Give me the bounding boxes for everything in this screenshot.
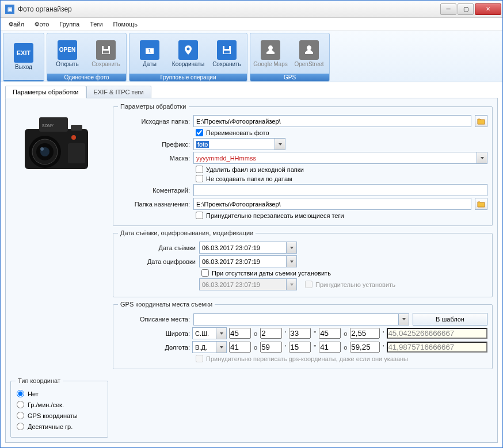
- save-single-button[interactable]: Сохранить: [87, 35, 124, 72]
- src-folder-label: Исходная папка:: [118, 118, 190, 125]
- osm-button[interactable]: OpenStreet: [291, 35, 327, 72]
- menu-group[interactable]: Группа: [55, 20, 84, 29]
- ribbon-group-batch: 1 Даты Координаты Сохранить Групповые оп…: [129, 33, 247, 82]
- lon-nsew-combo[interactable]: В.Д.: [192, 341, 227, 353]
- menu-tags[interactable]: Теги: [85, 20, 107, 29]
- force-set-checkbox[interactable]: [305, 281, 313, 288]
- coord-type-fieldset: Тип координат Нет Гр./мин./сек. GPS коор…: [10, 377, 108, 438]
- svg-point-19: [71, 135, 76, 140]
- shot-date-input[interactable]: 06.03.2017 23:07:19: [199, 242, 297, 254]
- chevron-down-icon[interactable]: [286, 256, 296, 267]
- chevron-down-icon[interactable]: [477, 152, 487, 163]
- digi-date-input[interactable]: 06.03.2017 23:07:19: [199, 255, 297, 267]
- no-date-folders-checkbox[interactable]: [196, 175, 203, 182]
- calendar-icon: 1: [140, 40, 159, 60]
- pin-icon: [178, 40, 198, 60]
- lon-decimal-input[interactable]: [387, 342, 487, 353]
- ribbon-group-label-3: Групповые операции: [129, 74, 247, 81]
- exit-button[interactable]: EXIT Выход: [5, 35, 42, 78]
- maximize-button[interactable]: ▢: [458, 3, 474, 15]
- if-absent-checkbox[interactable]: [201, 269, 209, 277]
- lon-alt2-input[interactable]: [350, 342, 380, 353]
- app-window: ▣ Фото органайзер ─ ▢ ✕ Файл Фото Группа…: [0, 0, 503, 448]
- template-button[interactable]: В шаблон: [413, 313, 487, 326]
- menu-photo[interactable]: Фото: [30, 20, 54, 29]
- menubar: Файл Фото Группа Теги Помощь: [1, 18, 502, 30]
- tab-params[interactable]: Параметры обработки: [5, 86, 86, 98]
- dates-label: Даты: [143, 61, 157, 67]
- chevron-down-icon[interactable]: [286, 279, 296, 290]
- chevron-down-icon[interactable]: [398, 314, 409, 325]
- comment-input[interactable]: [193, 184, 487, 196]
- gmaps-button[interactable]: Google Maps: [252, 35, 289, 72]
- lat-deg-input[interactable]: [229, 328, 251, 339]
- force-overwrite-checkbox[interactable]: [196, 212, 203, 219]
- default-date-input[interactable]: 06.03.2017 23:07:19: [199, 278, 297, 290]
- chevron-down-icon[interactable]: [216, 342, 226, 353]
- dst-folder-input[interactable]: [193, 198, 471, 210]
- lon-sec-input[interactable]: [289, 342, 311, 353]
- gps-fieldset: GPS координаты места съемки Описание мес…: [113, 301, 493, 369]
- dates-button[interactable]: 1 Даты: [131, 35, 168, 72]
- lon-alt1-input[interactable]: [319, 342, 341, 353]
- lat-alt2-input[interactable]: [350, 328, 380, 339]
- prefix-value: foto: [196, 141, 209, 148]
- coords-button[interactable]: Координаты: [170, 35, 207, 72]
- open-button[interactable]: OPEN Открыть: [49, 35, 86, 72]
- lat-min-input[interactable]: [260, 328, 282, 339]
- chevron-down-icon[interactable]: [286, 242, 296, 253]
- minimize-button[interactable]: ─: [440, 3, 456, 15]
- dst-folder-browse[interactable]: [475, 198, 487, 210]
- comment-label: Коментарий:: [118, 187, 190, 194]
- coord-type-gps[interactable]: GPS координаты: [17, 412, 102, 419]
- lon-deg-input[interactable]: [229, 342, 251, 353]
- open-icon: OPEN: [58, 40, 77, 60]
- prefix-combo[interactable]: foto: [193, 138, 285, 150]
- tab-bar: Параметры обработки EXIF & ITPC теги: [1, 82, 502, 98]
- close-button[interactable]: ✕: [475, 3, 501, 15]
- chevron-down-icon[interactable]: [275, 139, 285, 150]
- save-icon: [96, 40, 116, 60]
- ribbon: EXIT Выход OPEN Открыть Сохранить Одиноч…: [1, 30, 502, 82]
- mask-label: Маска:: [118, 155, 190, 162]
- coord-type-dms[interactable]: Гр./мин./сек.: [17, 401, 102, 408]
- save-batch-label: Сохранить: [212, 61, 241, 67]
- chevron-down-icon[interactable]: [216, 328, 226, 339]
- coord-type-none[interactable]: Нет: [17, 390, 102, 397]
- gmaps-icon: [261, 40, 280, 60]
- svg-text:SONY: SONY: [42, 124, 54, 128]
- force-gps-checkbox[interactable]: [196, 355, 203, 362]
- lat-alt1-input[interactable]: [319, 328, 341, 339]
- lat-label: Широта:: [118, 330, 190, 337]
- lat-decimal-input[interactable]: [387, 328, 487, 339]
- params-legend: Параметры обработки: [118, 103, 189, 110]
- mask-combo[interactable]: yyyymmdd_HHmmss: [193, 152, 487, 164]
- menu-help[interactable]: Помощь: [109, 20, 143, 29]
- delete-src-label: Удалить фаил из исходной папки: [206, 166, 304, 173]
- svg-rect-9: [224, 51, 230, 53]
- menu-file[interactable]: Файл: [4, 20, 29, 29]
- dates-fieldset: Дата съёмки, оцифровывания, модификации …: [113, 229, 493, 297]
- place-combo[interactable]: [193, 313, 409, 326]
- exit-label: Выход: [15, 64, 32, 70]
- src-folder-browse[interactable]: [475, 115, 487, 127]
- save-icon: [217, 40, 237, 60]
- lat-nsew-combo[interactable]: С.Ш.: [192, 327, 227, 339]
- coord-type-legend: Тип координат: [16, 377, 63, 384]
- save-batch-button[interactable]: Сохранить: [208, 35, 245, 72]
- lat-sec-input[interactable]: [289, 328, 311, 339]
- lon-label: Долгота:: [118, 344, 190, 351]
- tab-exif[interactable]: EXIF & ITPC теги: [86, 86, 151, 98]
- coord-type-dec[interactable]: Десятичные гр.: [17, 423, 102, 430]
- src-folder-input[interactable]: [193, 115, 471, 127]
- rename-checkbox[interactable]: [196, 129, 203, 136]
- digi-date-value: 06.03.2017 23:07:19: [202, 258, 260, 265]
- if-absent-label: При отсутствии даты съемки установить: [212, 270, 331, 277]
- ribbon-group-single: OPEN Открыть Сохранить Одиночное фото: [47, 33, 127, 82]
- lon-min-input[interactable]: [260, 342, 282, 353]
- coords-label: Координаты: [172, 61, 204, 67]
- force-gps-label: Принудительно переписать gps-координаты,…: [206, 355, 408, 362]
- open-label: Открыть: [56, 61, 78, 67]
- delete-src-checkbox[interactable]: [196, 166, 203, 173]
- digi-date-label: Дата оцифровки: [118, 258, 196, 265]
